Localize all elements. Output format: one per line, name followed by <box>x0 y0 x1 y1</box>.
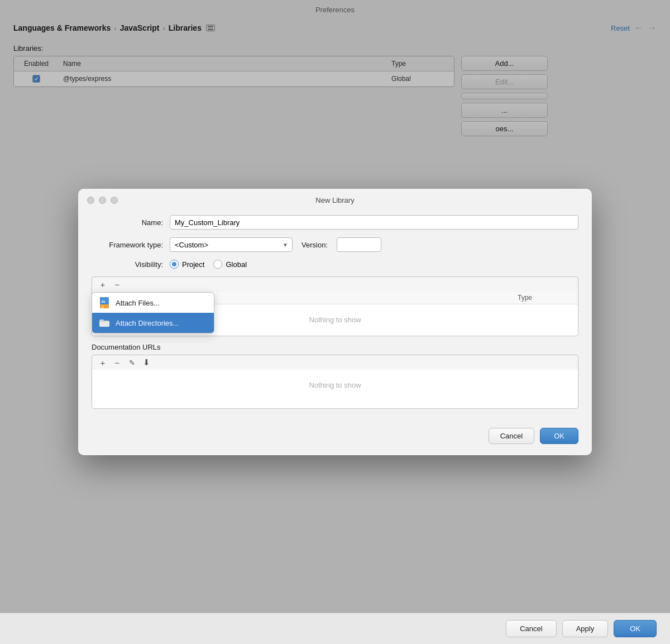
doc-section: Documentation URLs + − ✎ ⬇ Nothing to sh… <box>92 343 578 409</box>
svg-text:|||: ||| <box>102 305 104 308</box>
dialog-titlebar: New Library <box>78 189 592 209</box>
dialog-body: Name: Framework type: <Custom> TypeScrip… <box>78 209 592 420</box>
doc-edit-button[interactable]: ✎ <box>126 357 138 368</box>
doc-nothing-to-show: Nothing to show <box>92 370 578 400</box>
framework-row: Framework type: <Custom> TypeScript Requ… <box>92 237 578 252</box>
doc-download-button[interactable]: ⬇ <box>140 357 152 368</box>
add-file-button[interactable]: + <box>97 279 109 289</box>
framework-label: Framework type: <box>92 241 170 249</box>
doc-section-title: Documentation URLs <box>92 343 578 351</box>
add-file-dropdown[interactable]: JS ||| Attach Files... <box>92 292 214 333</box>
visibility-row: Visibility: Project Global <box>92 260 578 269</box>
files-toolbar: + − <box>92 276 578 292</box>
global-label: Global <box>226 260 247 269</box>
files-section: + − JS <box>92 276 578 336</box>
visibility-project[interactable]: Project <box>170 260 204 269</box>
name-label: Name: <box>92 218 170 227</box>
dialog-title: New Library <box>315 196 354 204</box>
project-label: Project <box>182 260 204 269</box>
visibility-label: Visibility: <box>92 260 170 269</box>
dialog-footer: Cancel OK <box>78 420 592 455</box>
js-files-icon: JS ||| <box>99 297 110 308</box>
new-library-dialog: New Library Name: Framework type: <Custo… <box>78 189 592 455</box>
maximize-button[interactable] <box>111 197 118 204</box>
dialog-cancel-button[interactable]: Cancel <box>489 428 534 444</box>
main-cancel-button[interactable]: Cancel <box>506 620 556 637</box>
framework-select-wrap: <Custom> TypeScript RequireJS ▼ Version: <box>170 237 381 252</box>
minimize-button[interactable] <box>99 197 106 204</box>
doc-toolbar: + − ✎ ⬇ <box>92 355 578 370</box>
svg-text:JS: JS <box>101 300 105 303</box>
attach-files-label: Attach Files... <box>116 299 160 307</box>
doc-add-button[interactable]: + <box>97 357 109 368</box>
bottom-bar: Cancel Apply OK <box>0 613 670 644</box>
name-input[interactable] <box>170 215 578 230</box>
folder-icon <box>99 317 110 328</box>
dialog-ok-button[interactable]: OK <box>540 428 578 444</box>
traffic-lights <box>87 197 118 204</box>
main-ok-button[interactable]: OK <box>614 620 657 637</box>
doc-remove-button[interactable]: − <box>111 357 123 368</box>
version-label: Version: <box>302 241 328 249</box>
framework-select[interactable]: <Custom> TypeScript RequireJS <box>170 237 293 252</box>
project-radio[interactable] <box>170 260 179 269</box>
doc-area: Nothing to show <box>92 370 578 409</box>
attach-files-item[interactable]: JS ||| Attach Files... <box>92 293 214 313</box>
remove-file-button[interactable]: − <box>111 279 123 289</box>
visibility-radio-group: Project Global <box>170 260 247 269</box>
attach-directories-label: Attach Directories... <box>116 319 179 327</box>
global-radio[interactable] <box>213 260 222 269</box>
close-button[interactable] <box>87 197 94 204</box>
name-row: Name: <box>92 215 578 230</box>
modal-overlay: New Library Name: Framework type: <Custo… <box>0 0 670 644</box>
visibility-global[interactable]: Global <box>213 260 247 269</box>
framework-select-wrapper: <Custom> TypeScript RequireJS ▼ <box>170 237 293 252</box>
radio-dot <box>172 262 176 266</box>
version-input[interactable] <box>337 237 381 252</box>
files-col-type: Type <box>518 294 573 302</box>
main-apply-button[interactable]: Apply <box>562 620 609 637</box>
attach-directories-item[interactable]: Attach Directories... <box>92 313 214 333</box>
